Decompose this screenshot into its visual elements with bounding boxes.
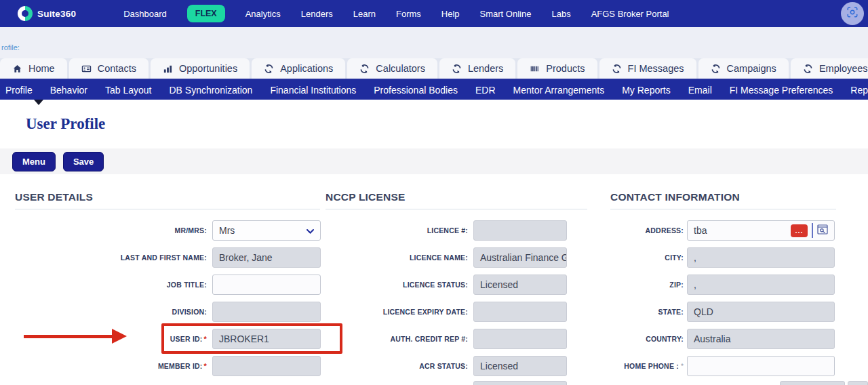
- nav-item-lenders[interactable]: Lenders: [301, 9, 333, 19]
- tab-home[interactable]: Home: [0, 58, 67, 79]
- nav-item-afgs-broker-portal[interactable]: AFGS Broker Portal: [591, 9, 669, 19]
- subnav-item-profile[interactable]: Profile: [5, 85, 33, 96]
- subnav-item-reports[interactable]: Reports: [850, 85, 868, 96]
- form-row: LAST AND FIRST NAME: Broker, Jane: [15, 247, 320, 268]
- subnav-item-professional-bodies[interactable]: Professional Bodies: [374, 85, 458, 96]
- home-phone-input[interactable]: [687, 356, 835, 376]
- form-row: DIVISION:: [15, 302, 320, 322]
- last-first-name-field: Broker, Jane: [212, 247, 321, 268]
- menu-button[interactable]: Menu: [12, 152, 56, 171]
- city-field: ,: [687, 247, 835, 268]
- city-label: CITY:: [610, 254, 684, 262]
- tab-campaigns[interactable]: Campaigns: [698, 58, 789, 79]
- job-title-label: JOB TITLE:: [15, 281, 207, 289]
- subnav-item-email[interactable]: Email: [688, 85, 712, 96]
- licence-expiry-field: [473, 302, 567, 322]
- save-button[interactable]: Save: [63, 152, 104, 171]
- job-title-input[interactable]: [212, 275, 321, 295]
- nccp-license-title: NCCP LICENSE: [326, 191, 587, 209]
- sync-icon: [612, 64, 622, 74]
- mr-mrs-select[interactable]: Mrs: [212, 220, 321, 241]
- subnav-item-edr[interactable]: EDR: [475, 85, 496, 96]
- home-phone-label: HOME PHONE :*: [610, 362, 684, 370]
- form-row: ADDRESS: tba ...: [610, 220, 836, 241]
- form-row: HOME PHONE :*: [610, 356, 836, 376]
- nav-item-forms[interactable]: Forms: [396, 9, 421, 19]
- annotation-arrow: [24, 335, 112, 338]
- app-window: Suite360 Dashboard FLEX Analytics Lender…: [0, 0, 868, 385]
- contact-information-title: CONTACT INFORMATION: [610, 191, 836, 209]
- tab-opportunities[interactable]: Opportunities: [151, 58, 250, 79]
- nav-item-flex[interactable]: FLEX: [187, 5, 225, 22]
- form-row: USER ID:* JBROKER1: [15, 329, 320, 349]
- auth-credit-rep-label: AUTH. CREDIT REP #:: [326, 335, 468, 343]
- section-contact-information: CONTACT INFORMATION ADDRESS: tba ... CIT…: [610, 191, 836, 383]
- address-input[interactable]: tba ...: [687, 220, 835, 241]
- nav-item-smart-online[interactable]: Smart Online: [480, 9, 532, 19]
- last-first-name-label: LAST AND FIRST NAME:: [15, 254, 207, 262]
- nav-item-dashboard[interactable]: Dashboard: [123, 9, 167, 19]
- subnav-item-fi-message-preferences[interactable]: FI Message Preferences: [730, 85, 833, 96]
- sync-icon: [359, 64, 370, 74]
- form-row: LICENCE EXPIRY DATE:: [326, 302, 587, 322]
- module-tab-bar: Home Contacts Opportunities Applications…: [0, 58, 868, 80]
- subnav-item-mentor-arrangements[interactable]: Mentor Arrangements: [513, 85, 605, 96]
- nav-item-analytics[interactable]: Analytics: [245, 9, 281, 19]
- acr-status-label: ACR STATUS:: [326, 362, 468, 370]
- nav-item-labs[interactable]: Labs: [551, 9, 570, 19]
- division-label: DIVISION:: [15, 308, 207, 316]
- screenshot-capture-icon: [846, 6, 859, 21]
- licence-number-label: LICENCE #:: [326, 226, 468, 235]
- screenshot-capture-button[interactable]: [841, 2, 864, 25]
- user-details-title: USER DETAILS: [15, 191, 320, 209]
- subnav-item-financial-institutions[interactable]: Financial Institutions: [270, 85, 356, 96]
- top-nav-items: Dashboard FLEX Analytics Lenders Learn F…: [123, 5, 669, 22]
- form-row: CITY: ,: [610, 247, 836, 268]
- licence-status-label: LICENCE STATUS:: [326, 281, 468, 289]
- nav-item-learn[interactable]: Learn: [353, 9, 376, 19]
- required-asterisk: *: [204, 362, 207, 370]
- barcode-icon: [530, 64, 540, 74]
- annotation-arrow-head: [112, 329, 127, 344]
- licence-status-field: Licensed: [473, 275, 567, 295]
- sync-icon: [711, 64, 721, 74]
- brand[interactable]: Suite360: [18, 6, 76, 21]
- acr-status-field: Licensed: [473, 356, 567, 376]
- division-field: [212, 302, 321, 322]
- tab-contacts[interactable]: Contacts: [69, 58, 149, 79]
- subnav-item-tab-layout[interactable]: Tab Layout: [105, 85, 152, 96]
- form-row: LICENCE #:: [326, 220, 587, 241]
- required-asterisk: *: [204, 335, 207, 343]
- mr-mrs-label: MR/MRS:: [15, 226, 207, 235]
- profile-subnav: Profile Behavior Tab Layout DB Synchroni…: [0, 80, 868, 100]
- top-navbar: Suite360 Dashboard FLEX Analytics Lender…: [0, 0, 868, 27]
- address-ellipsis-button[interactable]: ...: [791, 224, 808, 237]
- licence-name-label: LICENCE NAME:: [326, 254, 468, 262]
- tab-calculators[interactable]: Calculators: [347, 58, 437, 79]
- subnav-item-db-synchronization[interactable]: DB Synchronization: [169, 85, 252, 96]
- form-row: AUTH. CREDIT REP #:: [326, 329, 587, 349]
- licence-expiry-label: LICENCE EXPIRY DATE:: [326, 308, 468, 316]
- nav-item-help[interactable]: Help: [441, 9, 460, 19]
- tab-products[interactable]: Products: [517, 58, 597, 79]
- subnav-item-behavior[interactable]: Behavior: [50, 85, 87, 96]
- form-row: ZIP: ,: [610, 275, 836, 295]
- profile-crumb: rofile:: [1, 43, 20, 52]
- user-id-field: JBROKER1: [212, 329, 321, 349]
- zip-field: ,: [687, 275, 835, 295]
- tab-lenders[interactable]: Lenders: [439, 58, 515, 79]
- subnav-item-my-reports[interactable]: My Reports: [622, 85, 671, 96]
- zip-label: ZIP:: [610, 281, 684, 289]
- address-lookup-icon[interactable]: [817, 224, 828, 237]
- tab-applications[interactable]: Applications: [252, 58, 345, 79]
- home-icon: [12, 64, 22, 74]
- divider: [812, 223, 813, 238]
- bar-chart-icon: [163, 64, 173, 74]
- tab-employees[interactable]: Employees: [791, 58, 868, 79]
- tab-fi-messages[interactable]: FI Messages: [599, 58, 696, 79]
- section-user-details: USER DETAILS MR/MRS: Mrs LAST AND FIRST …: [15, 191, 320, 383]
- auth-credit-rep-field: [473, 329, 567, 349]
- form-row: MEMBER ID:*: [15, 356, 320, 376]
- form-row: STATE: QLD: [610, 302, 836, 322]
- form-row: LICENCE STATUS: Licensed: [326, 275, 587, 295]
